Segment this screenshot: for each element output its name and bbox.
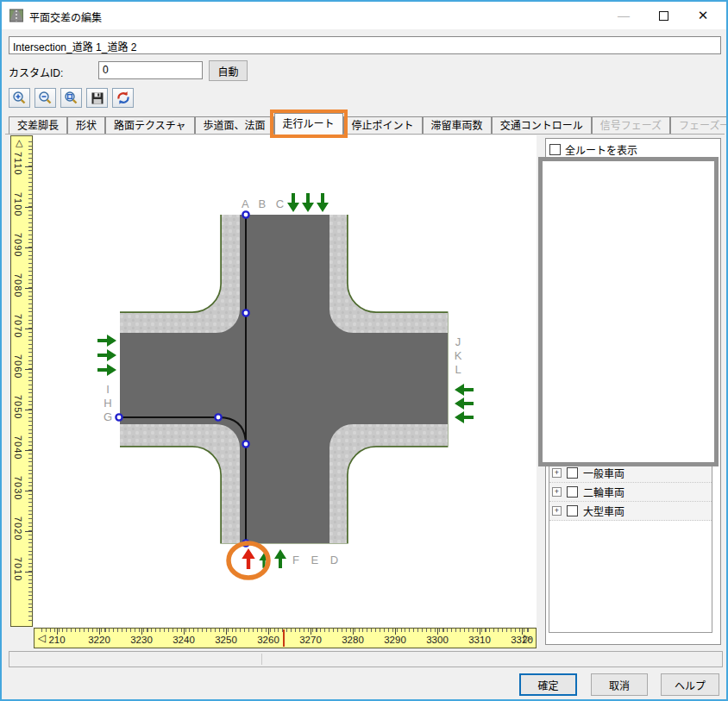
refresh-icon <box>116 91 131 105</box>
intersection-name-input[interactable]: Intersection_道路 1_道路 2 <box>9 36 721 54</box>
tab-交差脚長[interactable]: 交差脚長 <box>9 116 67 135</box>
zoom-out-icon <box>38 91 53 105</box>
panel-tab-重み[interactable]: 重み <box>549 161 585 180</box>
tab-走行ルート[interactable]: 走行ルート <box>274 113 343 135</box>
help-button[interactable]: ヘルプ <box>661 673 719 696</box>
zoom-in-button[interactable] <box>9 88 30 108</box>
route-key-cell: K <box>562 424 589 444</box>
weight-value-cell[interactable]: 10 <box>589 226 694 246</box>
weight-value-cell[interactable]: 0 <box>589 385 694 404</box>
svg-text:L: L <box>455 363 461 376</box>
auto-button[interactable]: 自動 <box>209 60 248 81</box>
vehicle-group-checkbox[interactable] <box>567 467 578 479</box>
maximize-button[interactable] <box>643 2 683 29</box>
hruler-label: 210 <box>48 635 65 645</box>
hruler-major-tick <box>437 629 438 635</box>
main-tabs: 交差脚長形状路面テクスチャ歩道面、法面走行ルート停止ポイント滞留車両数交通コント… <box>9 113 728 135</box>
tab-交通コントロール[interactable]: 交通コントロール <box>492 116 592 135</box>
horizontal-ruler[interactable]: ◁ ▷ 210322032303240325032603270328032903… <box>34 628 537 648</box>
weight-table-header: 重み <box>549 187 712 206</box>
row-marker-cell <box>549 424 562 444</box>
route-key-cell: E <box>562 305 589 325</box>
intersection-canvas[interactable]: A B C F E D I H G J K L <box>34 135 537 627</box>
hruler-label: 3280 <box>342 635 364 645</box>
show-all-routes-checkbox[interactable] <box>549 144 561 155</box>
vruler-label: 7040 <box>13 435 23 460</box>
weight-value-cell[interactable]: 0 <box>589 325 694 345</box>
row-marker-cell <box>549 404 562 424</box>
hruler-major-tick <box>522 629 523 635</box>
save-button[interactable] <box>86 88 108 108</box>
minimize-button[interactable]: — <box>604 2 643 29</box>
close-button[interactable]: ✕ <box>683 2 723 29</box>
custom-id-input[interactable]: 0 <box>98 61 203 79</box>
vruler-major-tick <box>25 491 32 491</box>
route-key-cell: H <box>562 365 589 385</box>
weight-row-D[interactable]: D0 <box>549 285 712 305</box>
weight-value-cell[interactable]: 0 <box>589 424 694 444</box>
refresh-button[interactable] <box>112 88 134 108</box>
expand-icon[interactable]: + <box>552 487 562 497</box>
weight-value-cell[interactable]: 0 <box>589 285 694 305</box>
ruler-up-arrow-icon[interactable]: △ <box>16 137 22 148</box>
row-marker-cell <box>549 444 562 464</box>
tabpage-divider <box>5 134 725 135</box>
weight-row-I[interactable]: I0 <box>549 385 712 404</box>
expand-icon[interactable]: + <box>552 506 562 516</box>
weight-value-cell[interactable]: 5 <box>589 345 694 365</box>
weight-row-E[interactable]: E0 <box>549 305 712 325</box>
row-marker-cell <box>549 226 562 246</box>
weight-row-K[interactable]: K0 <box>549 424 712 444</box>
tab-滞留車両数[interactable]: 滞留車両数 <box>423 116 492 135</box>
cancel-button[interactable]: 取消 <box>591 673 648 696</box>
weight-row-A[interactable]: A10 <box>549 226 712 246</box>
row-marker-cell <box>549 325 562 345</box>
zoom-out-button[interactable] <box>35 88 56 108</box>
row-marker-cell <box>549 305 562 325</box>
panel-tab-方向[interactable]: 方向 <box>585 164 621 180</box>
weight-row-L[interactable]: L0 <box>549 444 712 464</box>
show-all-routes-row[interactable]: 全ルートを表示 <box>549 142 637 157</box>
vehicle-group-大型車両[interactable]: +大型車両 <box>549 502 712 521</box>
weight-value-cell[interactable]: 0 <box>589 246 694 266</box>
weight-row-C[interactable]: C0 <box>549 266 712 285</box>
tab-停止ポイント[interactable]: 停止ポイント <box>343 116 423 135</box>
weight-value-cell[interactable]: 0 <box>589 404 694 424</box>
route-key-cell: I <box>562 385 589 404</box>
weight-row-B[interactable]: B0 <box>549 246 712 266</box>
tab-形状[interactable]: 形状 <box>67 116 105 135</box>
vruler-major-tick <box>25 531 32 532</box>
hruler-label: 3260 <box>257 635 279 645</box>
vehicle-group-checkbox[interactable] <box>567 505 578 516</box>
weight-row-J[interactable]: J0 <box>549 404 712 424</box>
weight-row-F[interactable]: F0 <box>549 325 712 345</box>
weight-value-cell[interactable]: 0 <box>589 266 694 285</box>
weight-value-cell[interactable]: 0 <box>589 365 694 385</box>
weight-value-cell[interactable]: 0 <box>589 444 694 464</box>
vehicle-group-二輪車両[interactable]: +二輪車両 <box>549 483 712 502</box>
ok-button[interactable]: 確定 <box>519 673 577 696</box>
vruler-label: 7020 <box>13 516 23 541</box>
vehicle-group-checkbox[interactable] <box>567 486 578 498</box>
weight-table: 重み − デフォルト A10B0C0D0E0F0G5H0I0J0K0L0 +一般… <box>549 186 712 633</box>
ruler-position-marker <box>283 629 285 647</box>
weight-value-cell[interactable]: 0 <box>589 305 694 325</box>
dialog-window: 平面交差の編集 — ✕ Intersection_道路 1_道路 2 カスタムI… <box>0 0 728 701</box>
default-group-row[interactable]: − デフォルト <box>549 206 712 226</box>
weight-row-H[interactable]: H0 <box>549 365 712 385</box>
vehicle-group-一般車両[interactable]: +一般車両 <box>549 464 712 483</box>
weight-row-G[interactable]: G5 <box>549 345 712 365</box>
hruler-major-tick <box>99 629 100 635</box>
collapse-icon[interactable]: − <box>552 211 562 221</box>
route-key-cell: D <box>562 285 589 305</box>
hruler-major-tick <box>57 629 58 635</box>
tab-歩道面、法面[interactable]: 歩道面、法面 <box>195 116 274 135</box>
ruler-left-arrow-icon[interactable]: ◁ <box>38 632 46 644</box>
zoom-region-button[interactable] <box>60 88 82 108</box>
tab-路面テクスチャ[interactable]: 路面テクスチャ <box>105 116 195 135</box>
vruler-label: 7050 <box>13 395 23 419</box>
row-marker-cell <box>549 385 562 404</box>
route-key-cell: C <box>562 266 589 285</box>
vertical-ruler[interactable]: △ 71107100709070807070706070507040703070… <box>10 135 33 627</box>
expand-icon[interactable]: + <box>552 468 562 478</box>
